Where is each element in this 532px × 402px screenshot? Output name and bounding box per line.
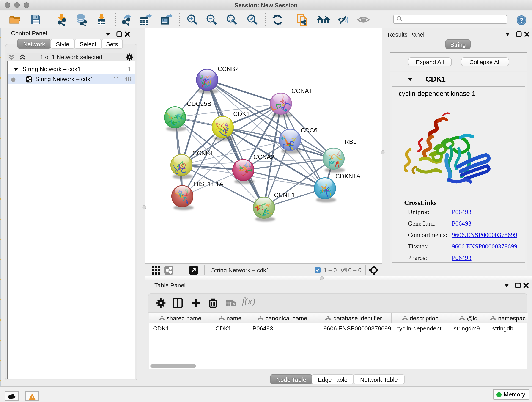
svg-text:CDC6: CDC6 (301, 127, 317, 134)
svg-text:CCNB2: CCNB2 (218, 65, 239, 72)
svg-text:CDK1: CDK1 (233, 110, 250, 117)
svg-text:?: ? (519, 17, 524, 24)
svg-text:RB1: RB1 (345, 138, 357, 145)
svg-text:CCNA1: CCNA1 (291, 88, 312, 95)
svg-text:CDKN1A: CDKN1A (336, 173, 361, 180)
svg-text:HIST1H1A: HIST1H1A (194, 181, 223, 187)
svg-text:CCNB1: CCNB1 (192, 150, 214, 157)
svg-text:CCNE1: CCNE1 (274, 191, 295, 198)
svg-text:CDC25B: CDC25B (187, 100, 211, 107)
svg-text:CCNA2: CCNA2 (253, 153, 274, 160)
